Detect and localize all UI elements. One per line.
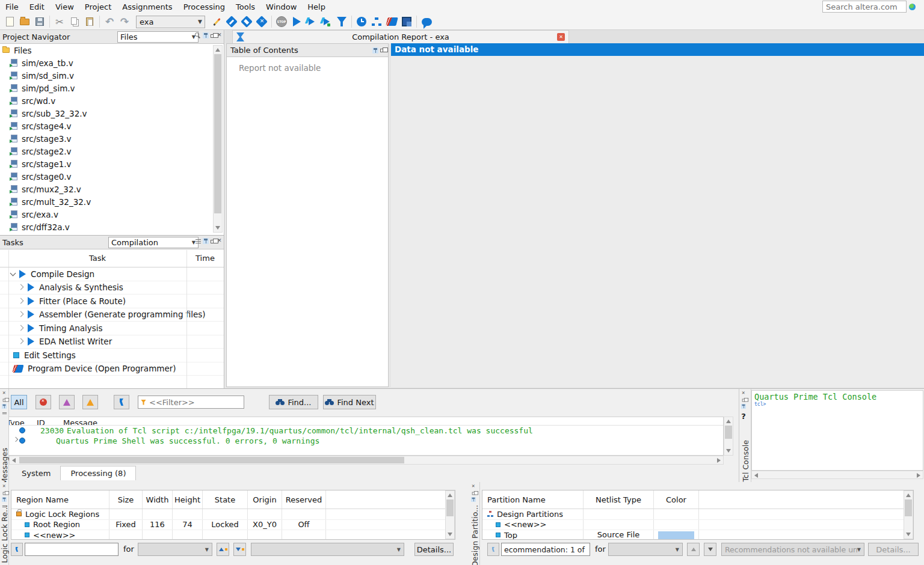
file-item[interactable]: src/stage0.v xyxy=(0,170,224,183)
task-row[interactable]: Timing Analysis xyxy=(0,322,224,335)
project-combo[interactable]: exa ▼ xyxy=(136,16,205,28)
find-button[interactable]: Find... xyxy=(269,395,318,409)
pin-planner-button[interactable] xyxy=(224,14,239,29)
pin-icon[interactable] xyxy=(203,238,209,244)
region-options-combo[interactable]: ▼ xyxy=(251,543,404,556)
table-row[interactable]: <<new>> xyxy=(11,530,455,540)
file-item[interactable]: src/mult_32_32.v xyxy=(0,195,224,208)
save-button[interactable] xyxy=(32,14,47,29)
critical-warnings-filter-button[interactable] xyxy=(59,395,75,409)
tasks-mode-combo[interactable]: Compilation ▼ xyxy=(108,237,199,248)
task-row[interactable]: Compile Design xyxy=(0,267,224,281)
logic-lock-vscrollbar[interactable] xyxy=(445,490,455,539)
cut-button[interactable] xyxy=(52,14,67,29)
stop-button[interactable]: STOP xyxy=(274,14,289,29)
task-row[interactable]: Fitter (Place & Route) xyxy=(0,295,224,308)
expand-chevron-icon[interactable] xyxy=(19,311,25,317)
file-item[interactable]: src/wd.v xyxy=(0,94,224,107)
menu-item-project[interactable]: Project xyxy=(79,1,117,13)
file-item[interactable]: src/exa.v xyxy=(0,208,224,221)
close-icon[interactable] xyxy=(217,32,223,38)
pin-icon[interactable] xyxy=(2,404,7,409)
copy-button[interactable] xyxy=(67,14,82,29)
float-window-icon[interactable] xyxy=(472,492,475,495)
move-down-button[interactable] xyxy=(233,543,246,556)
table-row[interactable]: Root RegionFixed11674LockedX0_Y0Off xyxy=(11,520,455,531)
close-icon[interactable] xyxy=(2,484,7,489)
pin-icon[interactable] xyxy=(372,47,378,53)
start-compilation-button[interactable] xyxy=(289,14,304,29)
paste-button[interactable] xyxy=(82,14,97,29)
filter-input[interactable] xyxy=(149,398,241,407)
recommendation-input[interactable] xyxy=(501,543,590,556)
menu-item-tools[interactable]: Tools xyxy=(230,1,260,13)
file-item[interactable]: sim/exa_tb.v xyxy=(0,56,224,69)
globe-icon[interactable] xyxy=(909,4,916,10)
expand-chevron-icon[interactable] xyxy=(19,325,25,331)
table-row[interactable]: Logic Lock Regions xyxy=(11,509,455,520)
all-messages-button[interactable]: All xyxy=(11,395,27,409)
next-recommendation-button[interactable] xyxy=(704,543,716,556)
file-item[interactable]: src/stage3.v xyxy=(0,132,224,145)
flag-filter-button[interactable] xyxy=(114,395,129,409)
find-next-button[interactable]: Find Next xyxy=(323,395,376,409)
help-icon[interactable]: ? xyxy=(741,412,746,421)
tab-processing-8-[interactable]: Processing (8) xyxy=(60,466,136,480)
move-up-button[interactable] xyxy=(217,543,229,556)
menu-item-help[interactable]: Help xyxy=(302,1,331,13)
pin-icon[interactable] xyxy=(471,497,476,502)
menu-item-window[interactable]: Window xyxy=(260,1,302,13)
start-analysis-button[interactable] xyxy=(304,14,319,29)
tab-close-icon[interactable]: ✕ xyxy=(557,33,565,41)
chip-planner-button[interactable] xyxy=(239,14,254,29)
errors-filter-button[interactable] xyxy=(35,395,51,409)
tcl-console-output[interactable]: Quartus Prime Tcl Console tcl> xyxy=(751,390,923,471)
design-partitions-vscrollbar[interactable] xyxy=(904,490,913,539)
file-item[interactable]: src/stage1.v xyxy=(0,157,224,170)
add-partition-button[interactable] xyxy=(487,543,499,556)
pin-icon[interactable] xyxy=(741,404,746,409)
design-partition-window-button[interactable] xyxy=(254,14,269,29)
search-input[interactable] xyxy=(822,1,907,13)
close-icon[interactable] xyxy=(217,238,223,244)
prev-recommendation-button[interactable] xyxy=(687,543,700,556)
float-window-icon[interactable] xyxy=(211,34,215,38)
message-row[interactable]: 23030Evaluation of Tcl script c:/intelfp… xyxy=(9,426,723,436)
file-item[interactable]: src/stage4.v xyxy=(0,120,224,132)
tab-system[interactable]: System xyxy=(12,466,60,480)
expand-chevron-icon[interactable] xyxy=(19,284,25,290)
float-window-icon[interactable] xyxy=(2,399,6,402)
file-item[interactable]: src/stage2.v xyxy=(0,145,224,157)
pin-icon[interactable] xyxy=(2,497,7,502)
redo-button[interactable] xyxy=(117,14,132,29)
region-target-combo[interactable]: ▼ xyxy=(138,543,212,556)
table-row[interactable]: TopSource File xyxy=(482,530,913,540)
eda-tools-button[interactable] xyxy=(399,14,414,29)
menu-item-view[interactable]: View xyxy=(50,1,79,13)
netlist-viewer-button[interactable] xyxy=(369,14,384,29)
file-item[interactable]: src/sub_32_32.v xyxy=(0,107,224,120)
float-window-icon[interactable] xyxy=(380,49,384,52)
menu-icon[interactable] xyxy=(196,239,201,244)
menu-item-edit[interactable]: Edit xyxy=(24,1,50,13)
menu-item-assignments[interactable]: Assignments xyxy=(117,1,177,13)
pin-icon[interactable] xyxy=(203,32,209,38)
close-icon[interactable] xyxy=(741,391,746,396)
message-row[interactable]: Quartus Prime Shell was successful. 0 er… xyxy=(9,436,723,446)
messages-vscrollbar[interactable] xyxy=(724,417,733,456)
file-item[interactable]: src/mux2_32.v xyxy=(0,183,224,195)
files-scrollbar[interactable] xyxy=(213,45,223,233)
menu-item-file[interactable]: File xyxy=(0,1,24,13)
assignment-editor-button[interactable] xyxy=(209,14,224,29)
search-icon[interactable] xyxy=(195,32,201,38)
table-row[interactable]: Design Partitions xyxy=(482,509,913,520)
file-item[interactable]: src/dff32a.v xyxy=(0,221,224,233)
expand-chevron-icon[interactable] xyxy=(19,338,25,344)
task-row[interactable]: Edit Settings xyxy=(0,349,224,362)
close-icon[interactable] xyxy=(471,484,476,489)
messages-hscrollbar[interactable] xyxy=(9,456,724,465)
file-item[interactable]: sim/pd_sim.v xyxy=(0,82,224,94)
details-button[interactable]: Details... xyxy=(414,543,454,556)
file-item[interactable]: sim/sd_sim.v xyxy=(0,69,224,82)
region-name-input[interactable] xyxy=(25,543,119,556)
